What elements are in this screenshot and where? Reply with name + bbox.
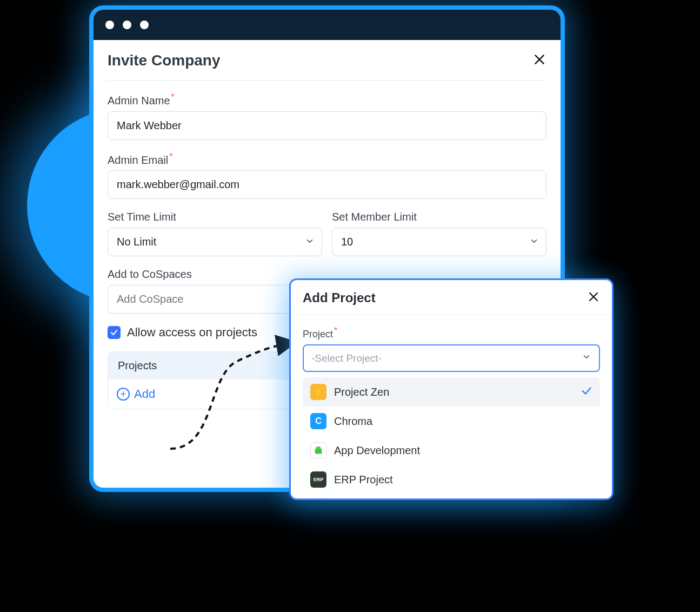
project-select-placeholder: -Select Project- [311, 352, 382, 364]
plus-circle-icon: + [117, 388, 130, 401]
project-label: Project* [303, 326, 600, 340]
required-mark: * [334, 326, 337, 335]
required-mark: * [169, 152, 172, 161]
allow-access-checkbox[interactable] [108, 326, 121, 339]
label-text: Admin Name [108, 95, 170, 107]
add-project-popover: Add Project Project* -Select Project- ⚡P… [289, 278, 614, 500]
admin-name-input[interactable] [108, 111, 546, 140]
svg-point-5 [319, 448, 320, 448]
required-mark: * [171, 92, 175, 102]
close-icon[interactable] [587, 290, 600, 306]
member-limit-label: Set Member Limit [332, 211, 546, 223]
window-titlebar [94, 10, 561, 40]
modal-header: Invite Company [108, 52, 546, 81]
time-limit-field: Set Time Limit No Limit [108, 211, 322, 256]
limits-row: Set Time Limit No Limit Set Member Limit… [108, 211, 546, 256]
project-option-label: App Development [334, 444, 420, 457]
chevron-down-icon [582, 352, 591, 364]
svg-point-4 [317, 448, 317, 448]
allow-access-label: Allow access on projects [127, 325, 257, 340]
project-option-label: Chroma [334, 415, 372, 428]
admin-name-field: Admin Name* [108, 92, 546, 140]
project-option[interactable]: ⚡Project Zen [303, 377, 600, 407]
time-limit-label: Set Time Limit [108, 211, 322, 223]
add-label: Add [134, 387, 155, 401]
project-option[interactable]: CChroma [303, 407, 600, 436]
window-dot [105, 21, 114, 29]
modal-title: Invite Company [108, 52, 220, 69]
project-badge-icon: C [310, 413, 326, 429]
time-limit-select-wrap: No Limit [108, 228, 322, 256]
window-dot [140, 21, 149, 29]
popover-header: Add Project [291, 280, 612, 315]
close-icon[interactable] [532, 52, 546, 69]
project-select[interactable]: -Select Project- [303, 344, 600, 372]
admin-email-field: Admin Email* [108, 152, 546, 199]
member-limit-select[interactable]: 10 [332, 228, 546, 256]
project-badge-icon [310, 442, 326, 458]
project-options-list: ⚡Project ZenCChromaApp DevelopmentERPERP… [303, 377, 600, 494]
project-option[interactable]: ERPERP Project [303, 465, 600, 494]
project-option[interactable]: App Development [303, 436, 600, 465]
admin-email-input[interactable] [108, 170, 546, 199]
label-text: Project [303, 329, 333, 340]
popover-body: Project* -Select Project- ⚡Project ZenCC… [291, 315, 612, 497]
admin-name-label: Admin Name* [108, 92, 546, 107]
member-limit-select-wrap: 10 [332, 228, 546, 256]
project-option-label: ERP Project [334, 474, 393, 486]
member-limit-field: Set Member Limit 10 [332, 211, 546, 256]
label-text: Admin Email [108, 154, 168, 165]
project-badge-icon: ⚡ [310, 384, 326, 400]
admin-email-label: Admin Email* [108, 152, 546, 167]
project-badge-icon: ERP [310, 471, 326, 488]
project-option-label: Project Zen [334, 386, 389, 398]
popover-title: Add Project [303, 290, 376, 305]
window-dot [123, 21, 131, 29]
time-limit-select[interactable]: No Limit [108, 228, 322, 256]
check-icon [581, 385, 592, 400]
